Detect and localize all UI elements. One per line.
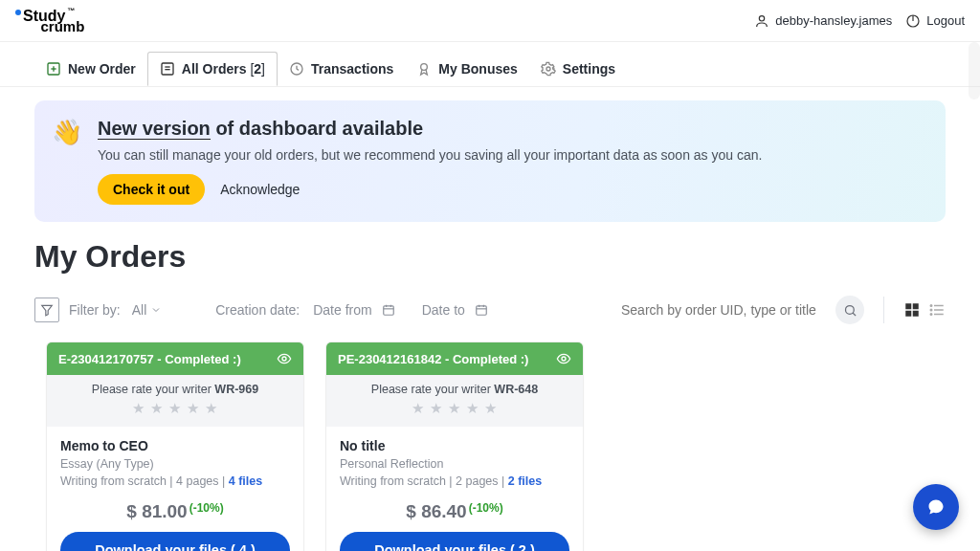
eye-icon[interactable] [556, 351, 571, 366]
brand-logo[interactable]: Study™ crumb [15, 9, 84, 33]
svg-point-32 [930, 314, 932, 316]
filter-bar: Filter by: All Creation date: Date from … [34, 296, 946, 324]
files-link[interactable]: 2 files [508, 474, 542, 488]
order-type: Personal Reflection [340, 457, 569, 471]
download-files-button[interactable]: Download your files ( 2 ) [340, 532, 569, 551]
plus-square-icon [46, 61, 61, 77]
page-title: My Orders [34, 239, 946, 275]
order-detail: Writing from scratch | 2 pages | 2 files [340, 474, 569, 488]
search-icon [843, 303, 858, 318]
rate-writer-row: Please rate your writer WR-969 ★ ★ ★ ★ ★ [47, 375, 303, 427]
version-banner: 👋 New version of dashboard available You… [34, 100, 946, 222]
svg-rect-13 [383, 306, 393, 315]
tab-label: Transactions [311, 61, 393, 77]
svg-point-0 [760, 15, 765, 20]
svg-point-33 [282, 357, 286, 361]
order-card-header[interactable]: E-230412170757 - Completed :) [47, 342, 303, 375]
list-square-icon [160, 61, 175, 77]
chat-fab[interactable] [913, 484, 959, 530]
logout-icon [905, 13, 921, 29]
chat-icon [926, 497, 946, 517]
chevron-down-icon [150, 304, 162, 316]
rate-writer-row: Please rate your writer WR-648 ★ ★ ★ ★ ★ [326, 375, 583, 427]
date-to-field[interactable]: Date to [422, 302, 488, 318]
filter-by-label: Filter by: [69, 302, 121, 318]
tab-label: New Order [68, 61, 136, 77]
order-detail: Writing from scratch | 4 pages | 4 files [60, 474, 290, 488]
svg-rect-17 [477, 306, 487, 315]
order-price: $ 86.40 [406, 501, 466, 521]
person-icon [754, 13, 769, 29]
svg-line-22 [853, 313, 856, 316]
calendar-icon [475, 303, 488, 317]
acknowledge-link[interactable]: Acknowledge [220, 182, 300, 197]
order-type: Essay (Any Type) [60, 457, 290, 471]
svg-point-11 [546, 67, 550, 71]
list-view-toggle[interactable] [928, 301, 946, 319]
order-discount: (-10%) [189, 501, 224, 515]
svg-rect-25 [905, 311, 911, 317]
svg-point-21 [845, 305, 854, 314]
order-card: E-230412170757 - Completed :) Please rat… [46, 342, 304, 551]
order-card-header[interactable]: PE-230412161842 - Completed :) [326, 342, 583, 375]
order-card: PE-230412161842 - Completed :) Please ra… [325, 342, 584, 551]
calendar-icon [382, 303, 395, 317]
svg-point-30 [930, 305, 932, 307]
search-button[interactable] [835, 296, 864, 324]
tab-new-order[interactable]: New Order [34, 52, 147, 86]
wave-icon: 👋 [52, 120, 82, 205]
creation-date-label: Creation date: [215, 302, 300, 318]
svg-rect-26 [913, 311, 919, 317]
svg-point-34 [562, 357, 566, 361]
badge-icon [416, 61, 432, 77]
username-label: debby-hansley.james [775, 13, 892, 28]
files-link[interactable]: 4 files [229, 474, 262, 488]
rating-stars[interactable]: ★ ★ ★ ★ ★ [47, 400, 303, 417]
date-from-field[interactable]: Date from [313, 302, 394, 318]
top-header: Study™ crumb debby-hansley.james Logout [0, 0, 980, 42]
orders-count: 2 [254, 61, 261, 77]
svg-point-31 [930, 309, 932, 311]
rating-stars[interactable]: ★ ★ ★ ★ ★ [326, 400, 583, 417]
tab-label: All Orders [182, 61, 247, 77]
tab-bonuses[interactable]: My Bonuses [405, 52, 528, 86]
search-input[interactable] [621, 296, 832, 324]
order-id-status: PE-230412161842 - Completed :) [338, 352, 528, 366]
tab-transactions[interactable]: Transactions [278, 52, 405, 86]
order-price: $ 81.00 [126, 501, 187, 521]
svg-rect-24 [913, 303, 919, 309]
svg-marker-12 [42, 305, 53, 316]
svg-rect-23 [905, 303, 911, 309]
eye-icon[interactable] [277, 351, 292, 366]
tab-label: Settings [563, 61, 615, 77]
logout-link[interactable]: Logout [905, 13, 965, 29]
filter-icon[interactable] [34, 298, 59, 322]
check-it-out-button[interactable]: Check it out [98, 174, 205, 205]
logout-label: Logout [926, 13, 965, 28]
order-discount: (-10%) [469, 501, 503, 515]
gear-icon [541, 61, 556, 77]
tab-all-orders[interactable]: All Orders [2] [147, 52, 278, 86]
banner-body: You can still manage your old orders, bu… [98, 147, 762, 163]
download-files-button[interactable]: Download your files ( 4 ) [60, 532, 290, 551]
clock-icon [289, 61, 304, 77]
order-title: Memo to CEO [60, 438, 290, 453]
nav-tabs: New Order All Orders [2] Transactions My… [0, 42, 980, 87]
grid-view-toggle[interactable] [903, 301, 921, 319]
tab-settings[interactable]: Settings [529, 52, 627, 86]
banner-title: New version of dashboard available [98, 118, 762, 140]
order-id-status: E-230412170757 - Completed :) [58, 352, 241, 366]
svg-point-10 [421, 64, 428, 71]
order-title: No title [340, 438, 569, 453]
user-menu[interactable]: debby-hansley.james [754, 13, 892, 29]
filter-select[interactable]: All [132, 302, 163, 318]
tab-label: My Bonuses [438, 61, 517, 77]
